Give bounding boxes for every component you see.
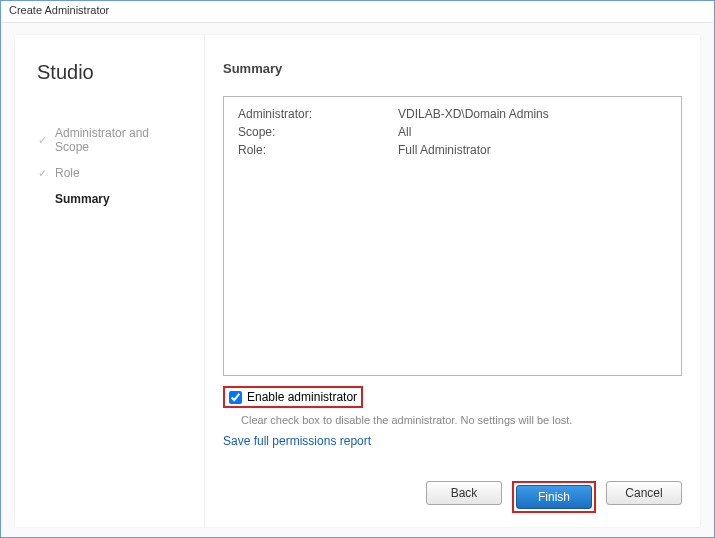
step-role[interactable]: Role	[37, 166, 186, 180]
step-summary[interactable]: Summary	[37, 192, 186, 206]
summary-box: Administrator: VDILAB-XD\Domain Admins S…	[223, 96, 682, 376]
summary-value: Full Administrator	[398, 143, 667, 157]
step-label: Role	[55, 166, 80, 180]
enable-administrator-checkbox[interactable]	[229, 391, 242, 404]
page-heading: Summary	[223, 61, 682, 76]
dialog-body: Studio Administrator and Scope Role Summ…	[15, 35, 700, 527]
content-area: Studio Administrator and Scope Role Summ…	[1, 23, 714, 537]
check-icon	[37, 135, 48, 146]
summary-row: Scope: All	[238, 125, 667, 139]
sidebar: Studio Administrator and Scope Role Summ…	[15, 35, 205, 527]
enable-hint: Clear check box to disable the administr…	[223, 414, 682, 426]
check-icon	[37, 168, 48, 179]
cancel-button[interactable]: Cancel	[606, 481, 682, 505]
summary-row: Administrator: VDILAB-XD\Domain Admins	[238, 107, 667, 121]
summary-value: VDILAB-XD\Domain Admins	[398, 107, 667, 121]
sidebar-title: Studio	[37, 61, 186, 84]
step-label: Summary	[55, 192, 110, 206]
save-permissions-link[interactable]: Save full permissions report	[223, 434, 682, 448]
back-button[interactable]: Back	[426, 481, 502, 505]
button-row: Back Finish Cancel	[223, 467, 682, 513]
window-titlebar: Create Administrator	[1, 1, 714, 23]
step-label: Administrator and Scope	[55, 126, 186, 154]
summary-row: Role: Full Administrator	[238, 143, 667, 157]
enable-administrator-label: Enable administrator	[247, 390, 357, 404]
finish-highlight: Finish	[512, 481, 596, 513]
summary-label: Role:	[238, 143, 398, 157]
summary-label: Administrator:	[238, 107, 398, 121]
step-admin-scope[interactable]: Administrator and Scope	[37, 126, 186, 154]
summary-label: Scope:	[238, 125, 398, 139]
window-title: Create Administrator	[9, 4, 109, 16]
summary-value: All	[398, 125, 667, 139]
finish-button[interactable]: Finish	[516, 485, 592, 509]
main-panel: Summary Administrator: VDILAB-XD\Domain …	[205, 35, 700, 527]
enable-administrator-checkbox-wrap[interactable]: Enable administrator	[223, 386, 363, 408]
